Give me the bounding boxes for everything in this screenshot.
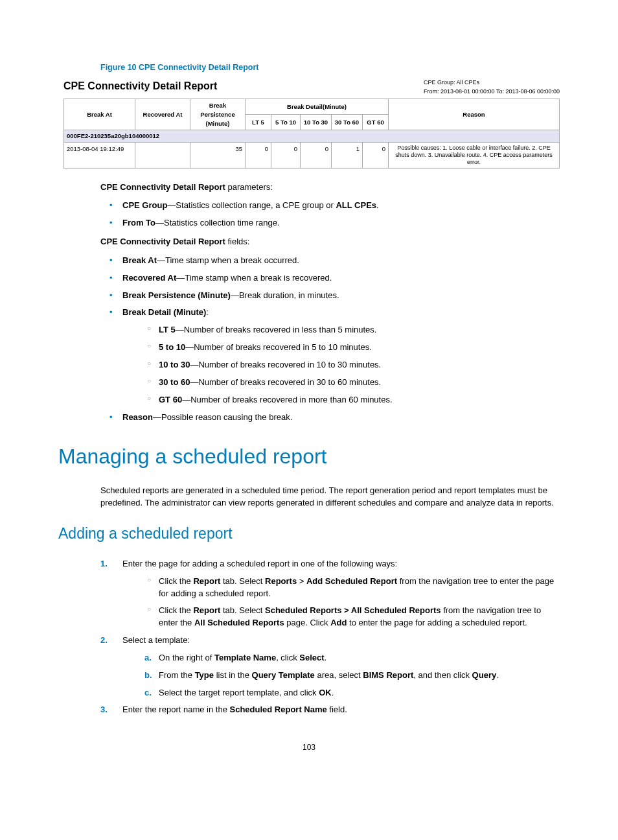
cell-reason: Possible causes: 1. Loose cable or inter…	[389, 143, 560, 168]
list-item: LT 5—Number of breaks recovered in less …	[122, 324, 560, 336]
list-item: From To—Statistics collection time range…	[100, 217, 560, 229]
list-item: GT 60—Number of breaks recovered in more…	[122, 394, 560, 406]
heading-managing: Managing a scheduled report	[58, 441, 560, 471]
list-item: Click the Report tab. Select Reports > A…	[122, 576, 560, 600]
cell-5-10: 0	[271, 143, 301, 168]
heading-adding: Adding a scheduled report	[58, 523, 560, 544]
th-10-30: 10 To 30	[301, 115, 332, 130]
fields-intro: CPE Connectivity Detail Report fields:	[100, 236, 560, 248]
group-id: 000FE2-210235a20gb104000012	[64, 130, 560, 143]
th-recovered-at: Recovered At	[135, 99, 190, 130]
list-item: 5 to 10—Number of breaks recovered in 5 …	[122, 342, 560, 354]
th-gt60: GT 60	[363, 115, 389, 130]
th-persistence: Break Persistence (Minute)	[190, 99, 246, 130]
list-item: Break Detail (Minute): LT 5—Number of br…	[100, 307, 560, 406]
params-intro: CPE Connectivity Detail Report parameter…	[100, 181, 560, 194]
cell-recovered-at	[135, 143, 190, 168]
cell-persistence: 35	[190, 143, 246, 168]
table-group-row: 000FE2-210235a20gb104000012	[64, 130, 560, 143]
list-item: From the Type list in the Query Template…	[122, 670, 560, 682]
report-screenshot: CPE Connectivity Detail Report CPE Group…	[63, 78, 560, 168]
cell-10-30: 0	[301, 143, 332, 168]
th-break-at: Break At	[64, 99, 135, 130]
list-item: 10 to 30—Number of breaks recovered in 1…	[122, 359, 560, 371]
list-item: Select the target report template, and c…	[122, 687, 560, 699]
th-detail-group: Break Detail(Minute)	[246, 99, 389, 115]
meta-range: From: 2013-08-01 00:00:00 To: 2013-08-06…	[424, 88, 560, 97]
step-1: Enter the page for adding a scheduled re…	[100, 558, 560, 629]
cell-break-at: 2013-08-04 19:12:49	[64, 143, 135, 168]
report-table: Break At Recovered At Break Persistence …	[63, 99, 560, 168]
th-5-10: 5 To 10	[271, 115, 301, 130]
page-number: 103	[58, 742, 560, 753]
meta-group: CPE Group: All CPEs	[424, 78, 560, 88]
managing-paragraph: Scheduled reports are generated in a sch…	[100, 485, 560, 509]
cell-lt5: 0	[246, 143, 271, 168]
step-3: Enter the report name in the Scheduled R…	[100, 704, 560, 716]
th-30-60: 30 To 60	[332, 115, 363, 130]
list-item: On the right of Template Name, click Sel…	[122, 652, 560, 664]
cell-30-60: 1	[332, 143, 363, 168]
list-item: CPE Group—Statistics collection range, a…	[100, 200, 560, 212]
report-meta: CPE Group: All CPEs From: 2013-08-01 00:…	[424, 78, 560, 96]
list-item: 30 to 60—Number of breaks recovered in 3…	[122, 377, 560, 389]
figure-caption: Figure 10 CPE Connectivity Detail Report	[100, 62, 560, 73]
list-item: Break Persistence (Minute)—Break duratio…	[100, 290, 560, 302]
list-item: Click the Report tab. Select Scheduled R…	[122, 605, 560, 629]
th-reason: Reason	[389, 99, 560, 130]
list-item: Reason—Possible reason causing the break…	[100, 412, 560, 424]
list-item: Recovered At—Time stamp when a break is …	[100, 272, 560, 285]
list-item: Break At—Time stamp when a break occurre…	[100, 255, 560, 267]
table-row: 2013-08-04 19:12:49 35 0 0 0 1 0 Possibl…	[64, 143, 560, 168]
report-title: CPE Connectivity Detail Report	[63, 78, 217, 93]
cell-gt60: 0	[363, 143, 389, 168]
th-lt5: LT 5	[246, 115, 271, 130]
step-2: Select a template: On the right of Templ…	[100, 635, 560, 699]
